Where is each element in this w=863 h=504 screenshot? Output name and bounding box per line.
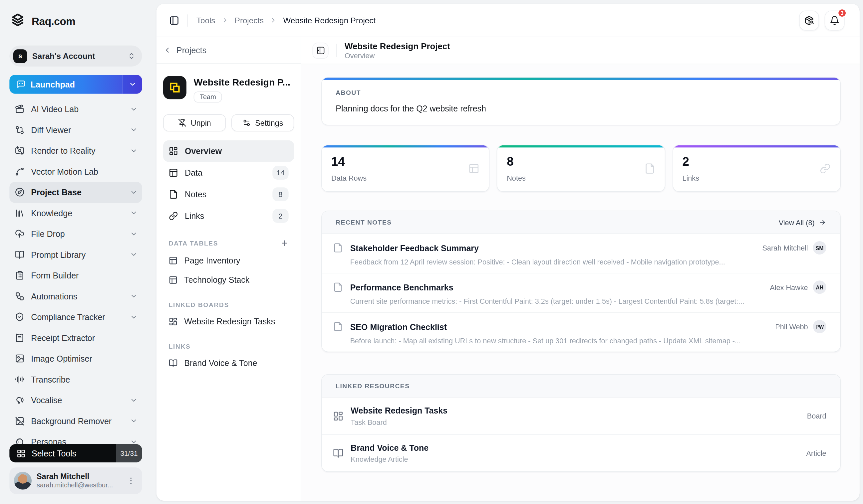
chevrons-up-down-icon [127,52,135,60]
account-switcher[interactable]: s Sarah's Account [9,46,142,66]
linked-resources-card: LINKED RESOURCES Website Redesign Tasks … [321,374,841,472]
sidebar-item-vector-motion-lab[interactable]: Vector Motion Lab [9,161,142,182]
panel-collapse-button[interactable] [312,42,328,59]
image-icon [15,354,24,363]
table-icon [169,256,178,265]
sidebar-item-compliance-tracker[interactable]: Compliance Tracker [9,307,142,328]
chevron-down-icon [130,188,138,196]
sidebar-item-prompt-library[interactable]: Prompt Library [9,244,142,265]
resource-title: Brand Voice & Tone [351,442,806,453]
sidebar-item-form-builder[interactable]: Form Builder [9,265,142,286]
pin-off-icon [178,119,186,127]
chevron-right-icon [222,17,229,24]
note-row[interactable]: SEO Migration Checklist Phil Webb PW Bef… [322,313,840,352]
breadcrumb-projects[interactable]: Projects [235,16,264,25]
note-row[interactable]: Stakeholder Feedback Summary Sarah Mitch… [322,234,840,273]
sidebar-item-knowledge[interactable]: Knowledge [9,203,142,223]
launchpad-main[interactable]: Launchpad [9,75,123,94]
gradient-bar [497,145,665,148]
launchpad-button[interactable]: Launchpad [9,75,142,94]
main-content: ABOUT Planning docs for the Q2 website r… [301,64,860,501]
notifications-button[interactable]: 3 [825,10,845,30]
note-row[interactable]: Performance Benchmarks Alex Hawke AH Cur… [322,273,840,313]
sidebar-item-transcribe[interactable]: Transcribe [9,369,142,390]
panel-left-icon [169,15,179,25]
user-card[interactable]: Sarah Mitchell sarah.mitchell@westbur... [9,467,142,494]
data-table-technology-stack[interactable]: Technology Stack [163,270,294,289]
table-icon [169,275,178,284]
stat-card-links: 2 Links [672,145,841,192]
resource-row[interactable]: Website Redesign Tasks Task Board Board [322,398,840,435]
topbar: Tools Projects Website Redesign Project … [157,4,860,37]
launchpad-dropdown[interactable] [123,75,142,94]
resource-row[interactable]: Brand Voice & Tone Knowledge Article Art… [322,435,840,471]
project-panel: Projects Website Redesign P... Team Unpi… [157,37,301,501]
project-icon [163,76,186,99]
chevron-down-icon [130,230,138,237]
tab-overview[interactable]: Overview [163,140,294,162]
workflow-icon [15,292,24,301]
settings-button[interactable]: Settings [232,114,294,131]
project-title: Website Redesign P... [194,76,290,88]
sidebar-item-automations[interactable]: Automations [9,286,142,307]
note-title: Stakeholder Feedback Summary [350,243,762,253]
sidebar: Raq.com s Sarah's Account Launchpad AI V… [0,0,157,504]
notification-badge: 3 [837,8,847,17]
user-menu-button[interactable] [124,476,138,486]
main-header: Website Redesign Project Overview [301,37,860,65]
data-table-page-inventory[interactable]: Page Inventory [163,250,294,270]
link-brand-voice-tone[interactable]: Brand Voice & Tone [163,353,294,373]
recent-notes-card: RECENT NOTES View All (8) Stakeholder Fe… [321,210,841,352]
team-badge: Team [194,91,222,102]
sidebar-item-render-to-reality[interactable]: Render to Reality [9,140,142,161]
unpin-button[interactable]: Unpin [163,114,226,131]
linked-boards-section-header: LINKED BOARDS [169,302,289,308]
note-snippet: Current site performance metrics: - Firs… [350,297,826,306]
chevron-left-icon [163,46,172,54]
sidebar-item-receipt-extractor[interactable]: Receipt Extractor [9,327,142,348]
note-author: Phil Webb [775,322,808,331]
file-icon [644,163,655,174]
layout-dashboard-icon [169,146,178,156]
stat-card-notes: 8 Notes [497,145,665,192]
chevron-down-icon [130,313,138,321]
tab-data[interactable]: Data14 [163,162,294,184]
resource-type: Board [807,412,826,420]
book-open-icon [15,250,24,259]
link-icon [169,211,178,221]
about-text: Planning docs for the Q2 website refresh [336,104,826,113]
view-all-link[interactable]: View All (8) [779,218,826,227]
sidebar-item-image-optimiser[interactable]: Image Optimiser [9,348,142,369]
tab-links[interactable]: Links2 [163,205,294,227]
clipboard-list-icon [15,271,24,280]
git-compare-icon [15,125,24,134]
sidebar-item-project-base[interactable]: Project Base [9,182,142,203]
sidebar-item-diff-viewer[interactable]: Diff Viewer [9,119,142,140]
tab-notes[interactable]: Notes8 [163,184,294,205]
content-window: Tools Projects Website Redesign Project … [157,4,860,501]
brand-name: Raq.com [32,16,75,28]
stat-label: Data Rows [331,174,468,182]
linked-resources-title: LINKED RESOURCES [336,383,410,389]
resource-type: Article [806,449,826,457]
linked-board-website-redesign-tasks[interactable]: Website Redesign Tasks [163,312,294,331]
receipt-icon [15,333,24,342]
layout-dashboard-icon [169,317,178,326]
add-data-table-button[interactable] [280,239,289,247]
select-tools-button[interactable]: Select Tools 31/31 [9,444,142,462]
package-search-button[interactable] [799,10,819,30]
sidebar-item-file-drop[interactable]: File Drop [9,223,142,245]
shield-check-icon [15,312,24,322]
select-tools-count: 31/31 [116,444,142,462]
sidebar-item-vocalise[interactable]: Vocalise [9,390,142,411]
breadcrumb-tools[interactable]: Tools [197,16,215,25]
sidebar-item-ai-video-lab[interactable]: AI Video Lab [9,99,142,120]
stat-card-data-rows: 14 Data Rows [321,145,490,192]
divider [187,14,188,27]
sidebar-toggle-button[interactable] [166,12,183,29]
back-to-projects[interactable]: Projects [157,37,301,64]
link-icon [820,163,831,174]
sidebar-item-background-remover[interactable]: Background Remover [9,411,142,431]
stat-value: 2 [682,155,820,169]
about-title: ABOUT [336,89,826,96]
